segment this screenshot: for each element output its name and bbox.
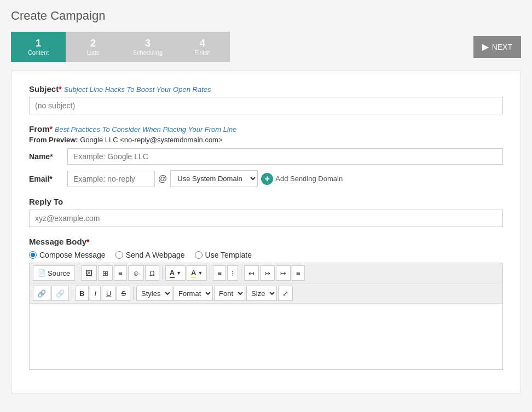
step-3-number: 3 xyxy=(145,38,151,48)
table-icon: ⊞ xyxy=(102,269,108,277)
subject-required: * xyxy=(59,85,61,94)
editor-wrapper: 📄 Source 🖼 ⊞ ≡ ☺ Ω A ▼ A xyxy=(29,263,503,370)
steps-row: 1 Content 2 Lists 3 Scheduling 4 Finish … xyxy=(11,32,521,62)
align-left-button[interactable]: ↤ xyxy=(244,265,259,281)
from-required: * xyxy=(50,125,53,134)
special-char-button[interactable]: Ω xyxy=(145,265,159,281)
table-button[interactable]: ⊞ xyxy=(98,265,113,281)
template-option[interactable]: Use Template xyxy=(195,251,252,259)
message-body-label: Message Body xyxy=(29,237,86,246)
size-select[interactable]: Size xyxy=(246,286,277,301)
align-left-icon: ↤ xyxy=(248,269,255,277)
bold-button[interactable]: B xyxy=(75,286,89,301)
italic-button[interactable]: I xyxy=(90,286,101,301)
expand-button[interactable]: ⤢ xyxy=(278,286,293,301)
add-domain-icon: + xyxy=(261,173,273,185)
toolbar-row2: 🔗 🔗 B I U S Styles Format Font xyxy=(30,283,502,304)
step-3-label: Scheduling xyxy=(133,49,163,56)
format-select[interactable]: Format xyxy=(174,286,213,301)
source-icon: 📄 xyxy=(38,269,46,277)
at-sign: @ xyxy=(158,174,167,184)
unlink-button[interactable]: 🔗 xyxy=(51,286,69,301)
compose-options: Compose Message Send A Webpage Use Templ… xyxy=(29,251,503,259)
reply-to-group: Reply To xyxy=(29,197,503,227)
webpage-option[interactable]: Send A Webpage xyxy=(115,251,185,259)
source-label: Source xyxy=(48,269,70,277)
underline-button[interactable]: U xyxy=(102,286,115,301)
from-preview: From Preview: Google LLC <no-reply@syste… xyxy=(29,136,503,144)
strikethrough-icon: S xyxy=(121,289,126,298)
bold-icon: B xyxy=(79,289,84,298)
from-hint: Best Practices To Consider When Placing … xyxy=(55,125,236,134)
add-domain-label: Add Sending Domain xyxy=(275,175,343,183)
add-domain-button[interactable]: + Add Sending Domain xyxy=(261,173,343,185)
separator-4 xyxy=(241,266,241,280)
reply-to-label: Reply To xyxy=(29,197,503,206)
toolbar-row1: 📄 Source 🖼 ⊞ ≡ ☺ Ω A ▼ A xyxy=(30,263,502,283)
align-right-icon: ↦ xyxy=(280,269,286,277)
ordered-list-button[interactable]: ≡ xyxy=(213,265,226,281)
reply-to-input[interactable] xyxy=(29,210,503,227)
underline-icon: U xyxy=(106,289,111,298)
separator-2 xyxy=(162,266,163,280)
emoji-button[interactable]: ☺ xyxy=(128,265,144,281)
image-button[interactable]: 🖼 xyxy=(81,265,97,281)
subject-input[interactable] xyxy=(29,97,503,114)
email-row: Email* @ Use System Domain + Add Sending… xyxy=(29,170,503,187)
align-center-button[interactable]: ↣ xyxy=(260,265,275,281)
next-button[interactable]: ▶ NEXT xyxy=(473,36,521,58)
separator-3 xyxy=(210,266,210,280)
unordered-list-icon: ⁝ xyxy=(232,269,234,277)
unlink-icon: 🔗 xyxy=(56,289,65,298)
separator-6 xyxy=(133,287,134,300)
domain-select[interactable]: Use System Domain xyxy=(170,170,258,187)
step-3[interactable]: 3 Scheduling xyxy=(120,32,175,62)
align-right-button[interactable]: ↦ xyxy=(276,265,291,281)
special-char-icon: Ω xyxy=(149,269,155,277)
next-button-label: NEXT xyxy=(492,43,512,51)
step-1-label: Content xyxy=(28,49,49,56)
template-radio[interactable] xyxy=(195,251,203,259)
bg-color-button[interactable]: A ▼ xyxy=(187,265,207,281)
webpage-radio[interactable] xyxy=(115,251,123,259)
expand-icon: ⤢ xyxy=(282,289,288,298)
styles-select[interactable]: Styles xyxy=(136,286,172,301)
step-4[interactable]: 4 Finish xyxy=(175,32,230,62)
compose-label: Compose Message xyxy=(39,251,106,259)
align-justify-button[interactable]: ≡ xyxy=(292,265,305,281)
font-select[interactable]: Font xyxy=(214,286,245,301)
from-group: From*Best Practices To Consider When Pla… xyxy=(29,124,503,187)
bg-color-a-icon: A xyxy=(191,269,196,278)
ordered-list-icon: ≡ xyxy=(217,269,222,277)
page-wrapper: Create Campaign 1 Content 2 Lists 3 Sche… xyxy=(0,0,532,412)
email-input[interactable] xyxy=(67,171,155,187)
from-preview-label: From Preview: xyxy=(29,136,78,144)
text-color-button[interactable]: A ▼ xyxy=(165,265,186,281)
unordered-list-button[interactable]: ⁝ xyxy=(227,265,238,281)
list-icon: ≡ xyxy=(118,269,123,277)
webpage-label: Send A Webpage xyxy=(126,251,185,259)
name-input[interactable] xyxy=(67,148,503,165)
strikethrough-button[interactable]: S xyxy=(117,286,130,301)
editor-body[interactable] xyxy=(30,304,502,369)
separator-5 xyxy=(72,287,72,300)
list-button[interactable]: ≡ xyxy=(114,265,127,281)
image-icon: 🖼 xyxy=(85,269,92,277)
italic-icon: I xyxy=(94,289,96,298)
subject-hint: Subject Line Hacks To Boost Your Open Ra… xyxy=(64,85,211,94)
text-color-a-icon: A xyxy=(170,269,175,278)
step-1[interactable]: 1 Content xyxy=(11,32,66,62)
step-2-number: 2 xyxy=(90,38,96,48)
email-label: Email* xyxy=(29,175,64,183)
source-button[interactable]: 📄 Source xyxy=(33,265,75,281)
page-title: Create Campaign xyxy=(11,9,521,23)
link-button[interactable]: 🔗 xyxy=(33,286,50,301)
from-label: From xyxy=(29,124,50,134)
step-2[interactable]: 2 Lists xyxy=(66,32,120,62)
step-2-label: Lists xyxy=(87,49,100,56)
step-4-number: 4 xyxy=(200,38,205,48)
bg-color-dropdown-icon: ▼ xyxy=(198,270,203,276)
step-4-label: Finish xyxy=(194,49,210,56)
compose-radio[interactable] xyxy=(29,251,37,259)
compose-option[interactable]: Compose Message xyxy=(29,251,106,259)
